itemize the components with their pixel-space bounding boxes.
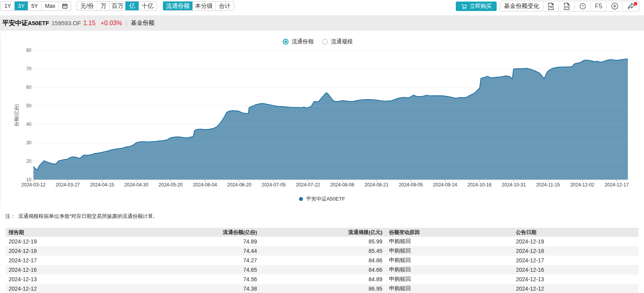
svg-text:2024-08-21: 2024-08-21: [365, 182, 389, 188]
svg-text:60: 60: [26, 85, 32, 90]
svg-text:10: 10: [26, 177, 32, 182]
svg-text:2024-12-17: 2024-12-17: [605, 182, 629, 188]
svg-text:2024-08-06: 2024-08-06: [330, 182, 354, 188]
svg-text:2024-09-05: 2024-09-05: [399, 182, 423, 188]
svg-text:2024-10-31: 2024-10-31: [502, 182, 526, 188]
svg-text:2024-05-20: 2024-05-20: [159, 182, 183, 188]
svg-text:50: 50: [26, 103, 32, 109]
svg-text:?: ?: [582, 4, 583, 8]
svg-text:2024-03-27: 2024-03-27: [56, 182, 80, 188]
svg-text:2024-06-20: 2024-06-20: [227, 182, 251, 188]
svg-text:2024-11-15: 2024-11-15: [536, 182, 560, 188]
svg-text:40: 40: [26, 122, 32, 127]
svg-text:80: 80: [26, 48, 32, 53]
svg-text:2024-07-05: 2024-07-05: [262, 182, 286, 188]
svg-text:2024-04-15: 2024-04-15: [90, 182, 114, 188]
svg-text:2024-06-04: 2024-06-04: [193, 182, 217, 188]
svg-text:份额(亿份): 份额(亿份): [14, 104, 19, 126]
svg-text:20: 20: [26, 158, 32, 164]
svg-text:2024-10-16: 2024-10-16: [468, 182, 492, 188]
svg-text:2024-04-30: 2024-04-30: [124, 182, 149, 188]
svg-text:2024-07-22: 2024-07-22: [296, 182, 320, 188]
svg-text:2024-09-24: 2024-09-24: [433, 182, 457, 188]
svg-text:70: 70: [26, 66, 32, 72]
svg-text:PDF: PDF: [548, 6, 553, 8]
svg-text:2024-03-12: 2024-03-12: [21, 182, 46, 188]
svg-text:30: 30: [26, 140, 32, 146]
svg-text:2024-12-02: 2024-12-02: [570, 182, 594, 188]
svg-text:XLS: XLS: [564, 6, 569, 8]
